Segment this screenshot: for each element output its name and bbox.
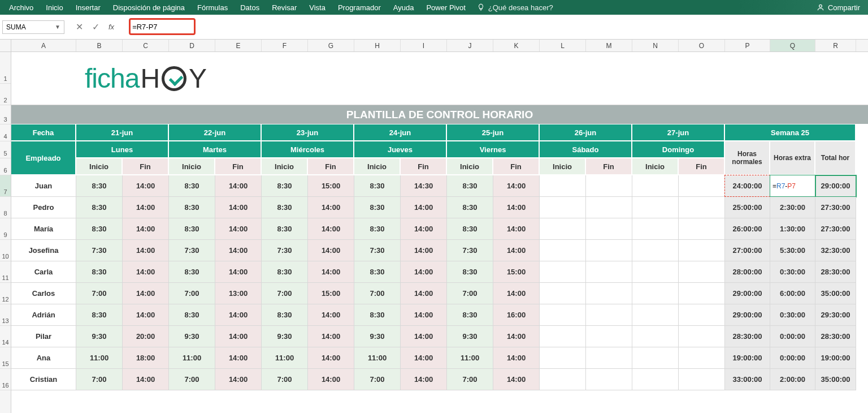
time-cell[interactable] bbox=[586, 218, 632, 240]
time-cell[interactable]: 7:00 bbox=[169, 283, 215, 304]
time-cell[interactable]: 11:00 bbox=[354, 347, 401, 369]
total-horas-cell[interactable]: 27:30:00 bbox=[815, 218, 856, 240]
time-cell[interactable]: 14:00 bbox=[308, 218, 354, 240]
horas-normales-cell[interactable]: 29:00:00 bbox=[725, 283, 770, 304]
employee-cell[interactable]: María bbox=[11, 218, 76, 240]
time-cell[interactable] bbox=[540, 369, 586, 390]
employee-cell[interactable]: Carlos bbox=[11, 283, 76, 304]
chevron-down-icon[interactable]: ▼ bbox=[55, 24, 60, 30]
time-cell[interactable]: 14:00 bbox=[215, 326, 262, 347]
time-cell[interactable]: 14:00 bbox=[215, 197, 262, 218]
row-header-6[interactable]: 6 bbox=[0, 158, 11, 175]
time-cell[interactable] bbox=[632, 304, 679, 326]
time-cell[interactable] bbox=[632, 197, 679, 218]
horas-normales-cell[interactable]: 27:00:00 bbox=[725, 240, 770, 261]
time-cell[interactable]: 14:00 bbox=[401, 326, 447, 347]
time-cell[interactable] bbox=[586, 347, 632, 369]
time-cell[interactable]: 18:00 bbox=[123, 347, 169, 369]
time-cell[interactable]: 8:30 bbox=[76, 304, 123, 326]
horas-extra-cell[interactable]: 2:30:00 bbox=[770, 197, 815, 218]
time-cell[interactable]: 14:00 bbox=[215, 240, 262, 261]
time-cell[interactable]: 14:00 bbox=[123, 283, 169, 304]
col-header-J[interactable]: J bbox=[447, 40, 493, 51]
time-cell[interactable]: 14:00 bbox=[123, 175, 169, 197]
time-cell[interactable] bbox=[586, 369, 632, 390]
time-cell[interactable]: 14:30 bbox=[401, 175, 447, 197]
time-cell[interactable]: 14:00 bbox=[493, 218, 540, 240]
time-cell[interactable] bbox=[632, 175, 679, 197]
row-header-3[interactable]: 3 bbox=[0, 105, 11, 124]
time-cell[interactable]: 14:00 bbox=[493, 347, 540, 369]
col-header-K[interactable]: K bbox=[493, 40, 540, 51]
time-cell[interactable]: 8:30 bbox=[262, 197, 308, 218]
accept-formula-icon[interactable]: ✓ bbox=[92, 21, 99, 32]
time-cell[interactable]: 8:30 bbox=[447, 304, 493, 326]
horas-normales-cell[interactable]: 33:00:00 bbox=[725, 369, 770, 390]
time-cell[interactable]: 8:30 bbox=[169, 197, 215, 218]
time-cell[interactable]: 13:00 bbox=[215, 283, 262, 304]
time-cell[interactable] bbox=[679, 240, 725, 261]
time-cell[interactable]: 11:00 bbox=[447, 347, 493, 369]
row-header-7[interactable]: 7 bbox=[0, 175, 11, 197]
time-cell[interactable]: 14:00 bbox=[401, 218, 447, 240]
time-cell[interactable]: 8:30 bbox=[354, 218, 401, 240]
time-cell[interactable] bbox=[586, 175, 632, 197]
time-cell[interactable]: 7:00 bbox=[447, 283, 493, 304]
time-cell[interactable]: 14:00 bbox=[493, 197, 540, 218]
time-cell[interactable]: 7:00 bbox=[354, 369, 401, 390]
time-cell[interactable] bbox=[540, 240, 586, 261]
time-cell[interactable] bbox=[540, 326, 586, 347]
time-cell[interactable] bbox=[586, 240, 632, 261]
horas-normales-cell[interactable]: 26:00:00 bbox=[725, 218, 770, 240]
col-header-L[interactable]: L bbox=[540, 40, 586, 51]
time-cell[interactable]: 14:00 bbox=[308, 369, 354, 390]
time-cell[interactable]: 14:00 bbox=[401, 283, 447, 304]
time-cell[interactable]: 14:00 bbox=[215, 175, 262, 197]
horas-normales-cell[interactable]: 24:00:00 bbox=[725, 175, 770, 197]
ribbon-tab-disposicion[interactable]: Disposición de página bbox=[107, 1, 190, 14]
fx-icon[interactable]: fx bbox=[108, 23, 114, 31]
row-header-14[interactable]: 14 bbox=[0, 326, 11, 347]
col-header-D[interactable]: D bbox=[169, 40, 215, 51]
time-cell[interactable]: 7:30 bbox=[354, 240, 401, 261]
col-header-H[interactable]: H bbox=[354, 40, 401, 51]
ribbon-tab-programador[interactable]: Programador bbox=[332, 1, 387, 14]
time-cell[interactable]: 7:00 bbox=[76, 369, 123, 390]
time-cell[interactable]: 15:00 bbox=[308, 283, 354, 304]
time-cell[interactable]: 8:30 bbox=[169, 261, 215, 283]
time-cell[interactable]: 8:30 bbox=[262, 304, 308, 326]
time-cell[interactable] bbox=[540, 197, 586, 218]
time-cell[interactable] bbox=[586, 304, 632, 326]
col-header-B[interactable]: B bbox=[76, 40, 123, 51]
time-cell[interactable]: 8:30 bbox=[76, 218, 123, 240]
total-horas-cell[interactable]: 29:30:00 bbox=[815, 304, 856, 326]
time-cell[interactable] bbox=[679, 218, 725, 240]
total-horas-cell[interactable]: 28:30:00 bbox=[815, 261, 856, 283]
time-cell[interactable]: 14:00 bbox=[308, 326, 354, 347]
horas-extra-cell[interactable]: 0:30:00 bbox=[770, 304, 815, 326]
row-header-1[interactable]: 1 bbox=[0, 52, 11, 84]
time-cell[interactable] bbox=[679, 197, 725, 218]
time-cell[interactable] bbox=[679, 326, 725, 347]
time-cell[interactable]: 8:30 bbox=[76, 261, 123, 283]
col-header-G[interactable]: G bbox=[308, 40, 354, 51]
time-cell[interactable]: 8:30 bbox=[447, 197, 493, 218]
time-cell[interactable] bbox=[540, 347, 586, 369]
time-cell[interactable] bbox=[679, 347, 725, 369]
ribbon-tab-datos[interactable]: Datos bbox=[235, 1, 265, 14]
row-header-4[interactable]: 4 bbox=[0, 124, 11, 141]
employee-cell[interactable]: Pedro bbox=[11, 197, 76, 218]
horas-normales-cell[interactable]: 28:00:00 bbox=[725, 261, 770, 283]
time-cell[interactable] bbox=[540, 218, 586, 240]
time-cell[interactable]: 14:00 bbox=[308, 240, 354, 261]
time-cell[interactable]: 9:30 bbox=[169, 326, 215, 347]
col-header-N[interactable]: N bbox=[632, 40, 679, 51]
total-horas-cell[interactable]: 19:00:00 bbox=[815, 347, 856, 369]
horas-extra-cell[interactable]: =R7-P7 bbox=[770, 175, 815, 197]
time-cell[interactable]: 7:00 bbox=[169, 369, 215, 390]
row-header-8[interactable]: 8 bbox=[0, 197, 11, 218]
time-cell[interactable]: 7:00 bbox=[354, 283, 401, 304]
time-cell[interactable] bbox=[632, 347, 679, 369]
tell-me[interactable]: ¿Qué desea hacer? bbox=[477, 3, 553, 12]
time-cell[interactable]: 16:00 bbox=[493, 304, 540, 326]
